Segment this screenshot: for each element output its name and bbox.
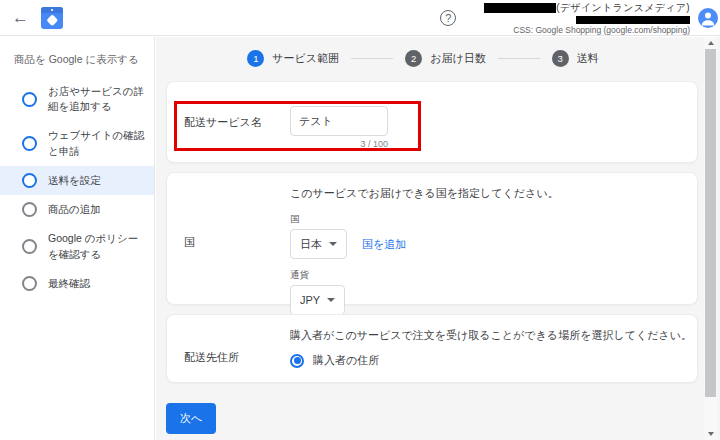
delivery-address-description: 購入者がこのサービスで注文を受け取ることができる場所を選択してください。 xyxy=(290,328,692,343)
currency-dropdown[interactable]: JPY xyxy=(290,285,345,315)
stepper-connector xyxy=(498,58,540,59)
chevron-down-icon xyxy=(329,242,337,246)
sidebar-item-website-verification[interactable]: ウェブサイトの確認と申請 xyxy=(0,121,154,165)
country-description: このサービスでお届けできる国を指定してください。 xyxy=(290,186,559,201)
account-info[interactable]: (デザイントランスメディア) CSS: Google Shopping (goo… xyxy=(484,1,690,35)
vertical-scrollbar[interactable] xyxy=(704,37,717,440)
account-name-suffix: (デザイントランスメディア) xyxy=(556,1,690,15)
sidebar-item-check-policies[interactable]: Google のポリシーを確認する xyxy=(0,224,154,268)
main-content: 1 サービス範囲 2 お届け日数 3 送料 配送サービス名 3 / 100 xyxy=(156,37,720,440)
css-program-label: CSS: Google Shopping (google.com/shoppin… xyxy=(513,25,690,35)
step-circle-icon xyxy=(22,276,37,291)
stepper-step-shipping-cost[interactable]: 3 送料 xyxy=(552,50,599,67)
sidebar-item-add-products[interactable]: 商品の追加 xyxy=(0,195,154,224)
delivery-address-label: 配送先住所 xyxy=(167,328,290,368)
back-arrow-icon[interactable]: ← xyxy=(12,9,29,26)
buyer-address-radio[interactable] xyxy=(290,354,304,368)
currency-field-label: 通貨 xyxy=(290,269,559,282)
service-name-card: 配送サービス名 3 / 100 xyxy=(166,81,698,163)
country-card: 国 このサービスでお届けできる国を指定してください。 国 日本 国を追加 通貨 … xyxy=(166,172,698,305)
add-country-link[interactable]: 国を追加 xyxy=(362,237,406,252)
stepper-step-delivery-time[interactable]: 2 お届け日数 xyxy=(405,50,486,67)
sidebar-item-store-details[interactable]: お店やサービスの詳細を追加する xyxy=(0,77,154,121)
country-section-label: 国 xyxy=(167,186,290,315)
user-avatar[interactable] xyxy=(698,8,718,28)
service-name-label: 配送サービス名 xyxy=(167,106,290,149)
scrollbar-thumb[interactable] xyxy=(705,49,716,397)
country-dropdown[interactable]: 日本 xyxy=(290,229,347,259)
buyer-address-radio-label: 購入者の住所 xyxy=(313,353,379,368)
merchant-center-logo-icon[interactable] xyxy=(41,7,63,29)
onboarding-sidebar: 商品を Google に表示する お店やサービスの詳細を追加する ウェブサイトの… xyxy=(0,37,155,440)
chevron-down-icon xyxy=(327,298,335,302)
step-circle-icon xyxy=(22,239,37,254)
step-circle-icon xyxy=(22,202,37,217)
next-button[interactable]: 次へ xyxy=(166,403,216,434)
wizard-stepper: 1 サービス範囲 2 お届け日数 3 送料 xyxy=(156,50,690,67)
scrollbar-down-arrow-icon[interactable] xyxy=(704,428,717,440)
top-bar: ← ? (デザイントランスメディア) CSS: Google Shopping … xyxy=(0,0,720,36)
stepper-step-service-area[interactable]: 1 サービス範囲 xyxy=(247,50,339,67)
help-icon[interactable]: ? xyxy=(440,10,456,26)
redacted-account-id xyxy=(576,16,690,24)
country-field-label: 国 xyxy=(290,213,559,226)
char-counter: 3 / 100 xyxy=(290,139,388,149)
step-circle-icon xyxy=(22,136,37,151)
service-name-input[interactable] xyxy=(290,106,388,136)
redacted-account-name xyxy=(484,3,556,13)
radio-selected-dot xyxy=(294,357,301,364)
scrollbar-up-arrow-icon[interactable] xyxy=(704,37,717,49)
stepper-connector xyxy=(351,58,393,59)
step-circle-icon xyxy=(22,173,37,188)
sidebar-header: 商品を Google に表示する xyxy=(0,37,154,77)
sidebar-item-final-check[interactable]: 最終確認 xyxy=(0,269,154,298)
step-circle-icon xyxy=(22,92,37,107)
sidebar-item-shipping-settings[interactable]: 送料を設定 xyxy=(0,166,154,195)
delivery-address-card: 配送先住所 購入者がこのサービスで注文を受け取ることができる場所を選択してくださ… xyxy=(166,314,698,383)
